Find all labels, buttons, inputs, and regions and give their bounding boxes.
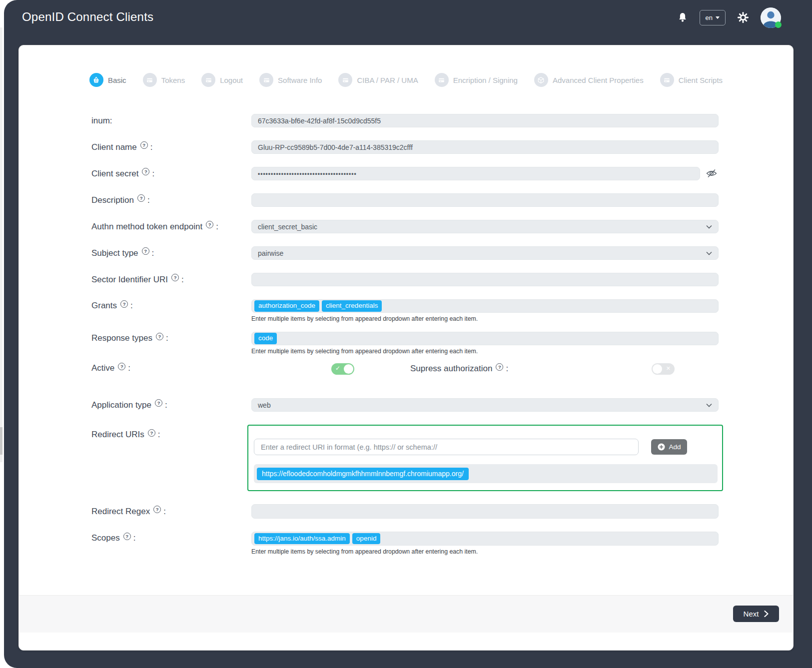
page-title: OpenID Connect Clients [22, 10, 153, 24]
tag-chip[interactable]: client_credentials [322, 300, 382, 312]
tab-basic[interactable]: Basic [89, 73, 126, 87]
help-icon[interactable]: ? [142, 247, 149, 255]
tab-label: Client Scripts [679, 76, 723, 84]
subject-type-select[interactable]: pairwise [251, 246, 719, 260]
grants-tag-input[interactable]: authorization_codeclient_credentials [251, 299, 719, 313]
tab-label: Advanced Client Properties [553, 76, 644, 84]
field-row-client-secret: Client secret ? : [19, 167, 793, 180]
grants-label: Grants ? : [91, 299, 251, 311]
field-row-subject-type: Subject type ? : pairwise [19, 246, 793, 260]
card-icon [660, 73, 674, 87]
help-icon[interactable]: ? [155, 399, 162, 407]
sector-identifier-uri-input[interactable] [251, 273, 719, 286]
active-toggle[interactable]: ✓ [331, 363, 354, 375]
toggle-knob [653, 364, 662, 374]
card-icon [259, 73, 273, 87]
redirect-uri-input[interactable] [254, 439, 639, 455]
help-icon[interactable]: ? [148, 429, 155, 437]
cross-icon: ✕ [666, 365, 671, 372]
tag-chip[interactable]: https://jans.io/auth/ssa.admin [254, 533, 350, 545]
redirect-uri-list: https://efloodedcomholdmgmkfhhmmlnnbemgf… [254, 464, 718, 483]
online-status-dot [775, 21, 782, 28]
inum-label: inum: [91, 116, 251, 126]
toggle-knob [344, 364, 353, 374]
bell-icon[interactable] [678, 12, 688, 23]
page-scrollbar-thumb[interactable] [0, 427, 2, 455]
card-icon [201, 73, 215, 87]
gear-icon[interactable] [738, 12, 749, 23]
tab-client-scripts[interactable]: Client Scripts [660, 73, 723, 87]
plus-circle-icon [658, 443, 665, 451]
chevron-down-icon [706, 225, 712, 229]
help-icon[interactable]: ? [118, 363, 125, 370]
client-name-label: Client name ? : [91, 142, 251, 152]
tab-logout[interactable]: Logout [201, 73, 243, 87]
tag-chip[interactable]: https://efloodedcomholdmgmkfhhmmlnnbemgf… [257, 468, 469, 480]
sector-identifier-uri-label: Sector Identifier URI ? : [91, 275, 251, 285]
content-card: Basic Tokens Logout [18, 45, 794, 651]
multi-item-helper-text: Enter multiple items by selecting from a… [251, 548, 719, 555]
chevron-down-icon [706, 251, 712, 255]
check-icon: ✓ [335, 365, 340, 372]
description-input[interactable] [251, 193, 719, 207]
client-secret-label: Client secret ? : [91, 169, 251, 179]
tab-advanced-client-properties[interactable]: Advanced Client Properties [534, 73, 644, 87]
response-types-tag-input[interactable]: code [251, 332, 719, 345]
tag-chip[interactable]: authorization_code [254, 300, 319, 312]
help-icon[interactable]: ? [142, 168, 149, 175]
tag-chip[interactable]: openid [352, 533, 381, 545]
tab-tokens[interactable]: Tokens [143, 73, 185, 87]
authn-method-select[interactable]: client_secret_basic [251, 220, 719, 233]
tab-label: CIBA / PAR / UMA [357, 76, 418, 84]
viewport: OpenID Connect Clients en [0, 0, 812, 668]
language-selector[interactable]: en [700, 10, 726, 25]
language-label: en [706, 14, 713, 21]
header-actions: en [678, 6, 781, 28]
field-row-authn-method: Authn method token endpoint ? : client_s… [19, 220, 793, 233]
eye-slash-icon[interactable] [706, 168, 717, 180]
multi-item-helper-text: Enter multiple items by selecting from a… [251, 348, 719, 355]
add-redirect-uri-button[interactable]: Add [651, 439, 687, 455]
scopes-tag-input[interactable]: https://jans.io/auth/ssa.adminopenid [251, 532, 719, 546]
help-icon[interactable]: ? [171, 274, 179, 281]
tab-software-info[interactable]: Software Info [259, 73, 322, 87]
tab-ciba-par-uma[interactable]: CIBA / PAR / UMA [338, 73, 418, 87]
client-secret-input[interactable] [251, 167, 700, 180]
next-button[interactable]: Next [733, 606, 779, 622]
help-icon[interactable]: ? [137, 194, 145, 202]
help-icon[interactable]: ? [206, 221, 213, 228]
tab-label: Basic [108, 76, 126, 84]
help-icon[interactable]: ? [153, 506, 161, 513]
response-types-label: Response types ? : [91, 332, 251, 343]
user-avatar[interactable] [761, 7, 781, 28]
application-type-select[interactable]: web [251, 398, 719, 412]
field-row-application-type: Application type ? : web [19, 398, 793, 412]
tag-chip[interactable]: code [254, 333, 277, 344]
tab-label: Encription / Signing [453, 76, 518, 84]
field-row-redirect-regex: Redirect Regex ? : [19, 504, 793, 519]
subject-type-label: Subject type ? : [91, 248, 251, 258]
app-panel: OpenID Connect Clients en [4, 0, 812, 668]
page-scrollbar-track[interactable] [0, 27, 2, 462]
help-icon[interactable]: ? [156, 333, 163, 340]
tab-encription-signing[interactable]: Encription / Signing [435, 73, 518, 87]
redirect-regex-input[interactable] [251, 504, 719, 519]
help-icon[interactable]: ? [120, 300, 128, 308]
inum-input[interactable] [251, 114, 719, 127]
supress-authorization-label: Supress authorization ? : [410, 364, 508, 374]
field-row-response-types: Response types ? : code Enter multiple i… [19, 332, 793, 355]
field-row-grants: Grants ? : authorization_codeclient_cred… [19, 299, 793, 322]
chevron-down-icon [706, 403, 712, 407]
field-row-sector-identifier-uri: Sector Identifier URI ? : [19, 273, 793, 286]
help-icon[interactable]: ? [123, 533, 131, 540]
supress-authorization-toggle[interactable]: ✕ [652, 363, 675, 375]
redirect-uris-group: Add https://efloodedcomholdmgmkfhhmmlnnb… [247, 425, 723, 491]
client-name-input[interactable] [251, 140, 719, 154]
wizard-tabs: Basic Tokens Logout [19, 73, 793, 87]
field-row-redirect-uris: Redirect URIs ? : Add https://efloodedco… [19, 425, 793, 491]
help-icon[interactable]: ? [496, 363, 503, 371]
field-row-description: Description ? : [19, 193, 793, 207]
card-bottom-padding [19, 633, 793, 650]
field-row-client-name: Client name ? : [19, 140, 793, 154]
help-icon[interactable]: ? [140, 141, 148, 149]
